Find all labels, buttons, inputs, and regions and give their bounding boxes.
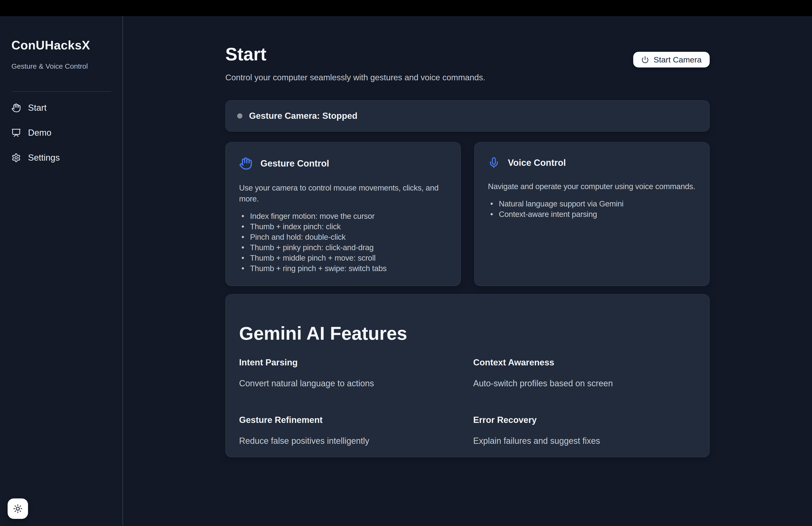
voice-control-card: Voice Control Navigate and operate your …	[474, 142, 710, 286]
presentation-icon	[11, 128, 21, 138]
sun-icon	[13, 504, 23, 513]
sidebar-item-demo[interactable]: Demo	[11, 126, 111, 140]
camera-status-bar: Gesture Camera: Stopped	[225, 100, 710, 132]
sidebar-item-start[interactable]: Start	[11, 101, 111, 114]
voice-card-description: Navigate and operate your computer using…	[488, 181, 696, 192]
status-text: Gesture Camera: Stopped	[249, 111, 357, 121]
gesture-bullet-list: Index finger motion: move the cursor Thu…	[239, 211, 447, 274]
bullet-item: Context-aware intent parsing	[488, 209, 696, 219]
feature-description: Auto-switch profiles based on screen	[473, 379, 696, 388]
feature-title: Context Awareness	[473, 358, 696, 368]
gear-icon	[11, 153, 21, 162]
gemini-features-grid: Intent Parsing Convert natural language …	[239, 358, 696, 446]
gemini-features-card: Gemini AI Features Intent Parsing Conver…	[225, 294, 710, 457]
app-tagline: Gesture & Voice Control	[11, 62, 111, 70]
hand-icon	[239, 157, 252, 170]
brand-block: ConUHacksX Gesture & Voice Control	[11, 16, 111, 92]
bullet-item: Natural language support via Gemini	[488, 199, 696, 209]
feature-cards-row: Gesture Control Use your camera to contr…	[225, 142, 710, 286]
app-shell: ConUHacksX Gesture & Voice Control Start	[0, 16, 812, 526]
window-titlebar	[0, 0, 812, 16]
sidebar-item-label: Demo	[28, 128, 52, 138]
bullet-item: Index finger motion: move the cursor	[239, 211, 447, 222]
gesture-card-header: Gesture Control	[239, 157, 447, 170]
theme-toggle-button[interactable]	[8, 498, 28, 519]
feature-description: Reduce false positives intelligently	[239, 436, 462, 446]
feature-cell: Intent Parsing Convert natural language …	[239, 358, 462, 388]
bullet-item: Thumb + pinky pinch: click-and-drag	[239, 242, 447, 253]
sidebar-nav: Start Demo Settings	[11, 101, 111, 176]
start-camera-button[interactable]: Start Camera	[633, 52, 710, 68]
start-camera-label: Start Camera	[654, 55, 701, 65]
page-subtitle: Control your computer seamlessly with ge…	[225, 73, 485, 82]
power-icon	[641, 56, 649, 63]
microphone-icon	[488, 157, 500, 169]
sidebar-item-label: Start	[28, 103, 46, 113]
app-title: ConUHacksX	[11, 38, 111, 52]
feature-cell: Gesture Refinement Reduce false positive…	[239, 415, 462, 446]
feature-description: Explain failures and suggest fixes	[473, 436, 696, 446]
page-header-text: Start Control your computer seamlessly w…	[225, 45, 485, 82]
bullet-item: Pinch and hold: double-click	[239, 232, 447, 242]
sidebar-item-label: Settings	[28, 153, 60, 163]
bullet-item: Thumb + index pinch: click	[239, 222, 447, 232]
page-header: Start Control your computer seamlessly w…	[225, 45, 710, 82]
content-column: Start Control your computer seamlessly w…	[225, 45, 710, 457]
voice-card-title: Voice Control	[508, 158, 566, 168]
gemini-features-title: Gemini AI Features	[239, 323, 696, 344]
voice-card-header: Voice Control	[488, 157, 696, 169]
main-area: Start Control your computer seamlessly w…	[123, 16, 812, 526]
feature-cell: Error Recovery Explain failures and sugg…	[473, 415, 696, 446]
sidebar: ConUHacksX Gesture & Voice Control Start	[0, 16, 123, 526]
gesture-control-card: Gesture Control Use your camera to contr…	[225, 142, 461, 286]
sidebar-item-settings[interactable]: Settings	[11, 151, 111, 165]
voice-bullet-list: Natural language support via Gemini Cont…	[488, 199, 696, 219]
feature-title: Error Recovery	[473, 415, 696, 425]
gesture-card-description: Use your camera to control mouse movemen…	[239, 183, 447, 204]
page-title: Start	[225, 45, 485, 63]
feature-description: Convert natural language to actions	[239, 379, 462, 388]
status-dot	[237, 113, 243, 118]
feature-title: Intent Parsing	[239, 358, 462, 368]
bullet-item: Thumb + ring pinch + swipe: switch tabs	[239, 263, 447, 274]
feature-title: Gesture Refinement	[239, 415, 462, 425]
bullet-item: Thumb + middle pinch + move: scroll	[239, 253, 447, 263]
hand-icon	[11, 103, 21, 113]
gesture-card-title: Gesture Control	[260, 158, 329, 169]
feature-cell: Context Awareness Auto-switch profiles b…	[473, 358, 696, 388]
